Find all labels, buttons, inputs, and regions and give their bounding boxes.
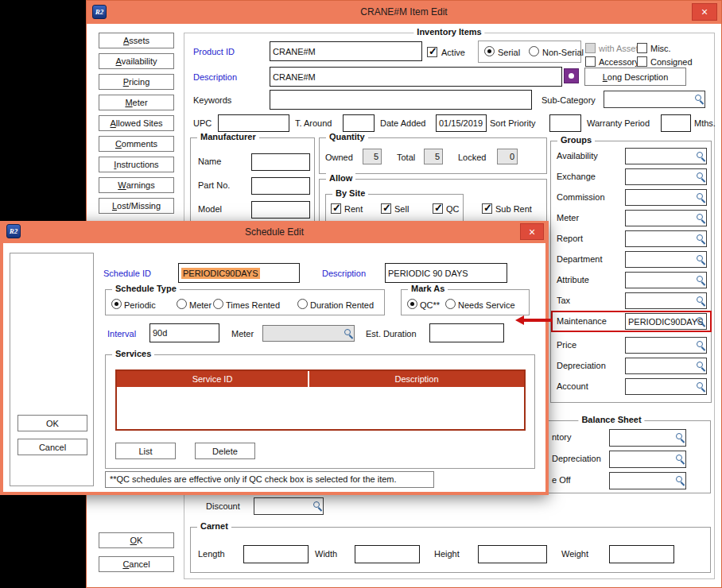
carnet-input-width[interactable] [355, 545, 420, 563]
t-around-input[interactable] [343, 114, 375, 132]
groups-lookup-meter[interactable] [625, 210, 707, 226]
non-serial-radio[interactable] [529, 46, 539, 56]
groups-lookup-account[interactable] [625, 378, 707, 395]
sub-rent-checkbox[interactable] [482, 203, 492, 214]
groups-lookup-availability[interactable] [625, 148, 707, 164]
dialog-ok-button[interactable]: OK [17, 415, 87, 431]
groups-lookup-tax[interactable] [625, 292, 707, 309]
sidebar-button-lost-missing[interactable]: Lost/Missing [99, 198, 174, 214]
schedule-type-radio-meter[interactable] [177, 299, 187, 309]
carnet-title: Carnet [197, 521, 231, 531]
mark-as-radio-needs-service[interactable] [445, 299, 456, 309]
groups-lookup-department[interactable] [625, 251, 707, 268]
search-icon[interactable] [676, 476, 682, 482]
services-table[interactable]: Service IDDescription [115, 369, 526, 431]
carnet-input-length[interactable] [243, 545, 309, 563]
qc-label: QC [446, 204, 460, 214]
services-table-body[interactable] [117, 387, 524, 429]
search-icon[interactable] [697, 255, 703, 261]
search-icon[interactable] [697, 382, 703, 389]
warranty-period-input[interactable] [661, 114, 691, 132]
accessory-checkbox[interactable] [585, 56, 596, 67]
search-icon[interactable] [697, 341, 703, 347]
manufacturer-field-input[interactable] [251, 153, 310, 171]
sidebar-button-allowed-sites[interactable]: Allowed Sites [99, 115, 174, 131]
delete-button[interactable]: Delete [195, 443, 255, 459]
manufacturer-field-input[interactable] [251, 177, 310, 195]
product-id-input[interactable]: CRANE#M [270, 41, 422, 61]
sidebar-button-instructions[interactable]: Instructions [99, 157, 174, 172]
search-icon[interactable] [697, 152, 703, 158]
keywords-input[interactable] [270, 90, 532, 110]
balance-lookup-e-off[interactable] [609, 472, 686, 489]
sidebar-button-meter[interactable]: Meter [99, 95, 174, 110]
active-checkbox[interactable] [427, 47, 437, 57]
groups-lookup-depreciation[interactable] [625, 358, 707, 374]
rent-checkbox[interactable] [331, 203, 341, 214]
carnet-label-weight: Weight [561, 549, 588, 559]
meter-label: Meter [231, 329, 254, 338]
discount-lookup[interactable] [254, 497, 324, 515]
description-label: Description [193, 72, 237, 82]
search-icon[interactable] [697, 296, 703, 303]
search-icon[interactable] [676, 455, 682, 461]
groups-label-meter: Meter [557, 213, 579, 222]
search-icon[interactable] [697, 214, 703, 220]
search-icon[interactable] [697, 193, 703, 199]
search-icon[interactable] [697, 276, 703, 282]
schedule-id-input[interactable]: PERIODIC90DAYS [178, 263, 300, 283]
schedule-edit-dialog: R2 Schedule Edit × OK Cancel Schedule ID… [0, 221, 549, 495]
search-icon[interactable] [697, 172, 703, 179]
search-icon [344, 329, 351, 335]
groups-lookup-exchange[interactable] [625, 168, 707, 185]
search-icon[interactable] [697, 362, 703, 368]
search-icon[interactable] [697, 317, 703, 323]
description-zoom-icon[interactable] [564, 68, 579, 83]
balance-lookup-ntory[interactable] [609, 429, 686, 447]
misc-checkbox[interactable] [637, 43, 647, 53]
search-icon[interactable] [313, 501, 320, 508]
balance-lookup-depreciation[interactable] [609, 451, 686, 468]
close-icon[interactable]: × [520, 223, 544, 240]
groups-lookup-commission[interactable] [625, 189, 707, 206]
upc-input[interactable] [218, 114, 289, 132]
schedule-type-radio-periodic[interactable] [111, 299, 122, 309]
schedule-type-radio-times-rented[interactable] [213, 299, 223, 309]
groups-lookup-attribute[interactable] [625, 272, 707, 288]
sort-priority-input[interactable] [549, 114, 581, 132]
groups-lookup-report[interactable] [625, 230, 707, 247]
dialog-cancel-button[interactable]: Cancel [17, 439, 87, 455]
sub-category-lookup[interactable] [604, 91, 705, 108]
interval-input[interactable]: 90d [149, 323, 219, 342]
mark-as-radio-qc[interactable] [407, 299, 417, 309]
sidebar-button-comments[interactable]: Comments [99, 136, 174, 152]
item-edit-titlebar[interactable]: R2 CRANE#M Item Edit × [87, 1, 721, 24]
carnet-input-weight[interactable] [609, 545, 674, 563]
description-input[interactable]: CRANE#M [270, 67, 562, 87]
sell-label: Sell [394, 204, 409, 214]
est-duration-input[interactable] [429, 323, 504, 342]
qc-checkbox[interactable] [433, 203, 443, 214]
search-icon[interactable] [697, 234, 703, 241]
list-button[interactable]: List [115, 443, 176, 459]
date-added-input[interactable]: 01/15/2019 [436, 114, 487, 132]
cancel-button[interactable]: Cancel [99, 556, 174, 572]
search-icon[interactable] [695, 95, 701, 101]
sidebar-button-warnings[interactable]: Warnings [99, 177, 174, 193]
sell-checkbox[interactable] [381, 203, 391, 214]
schedule-type-radio-duration-rented[interactable] [297, 299, 308, 309]
schedule-description-input[interactable]: PERIODIC 90 DAYS [385, 263, 507, 283]
groups-lookup-price[interactable] [625, 337, 707, 354]
sidebar-button-assets[interactable]: Assets [99, 33, 174, 48]
consigned-checkbox[interactable] [637, 56, 647, 67]
search-icon[interactable] [676, 433, 682, 439]
sidebar-button-availability[interactable]: Availability [99, 53, 174, 69]
groups-lookup-maintenance[interactable]: PERIODIC90DAYS [625, 313, 707, 330]
close-icon[interactable]: × [692, 3, 717, 21]
long-description-button[interactable]: Long Description [584, 68, 686, 86]
ok-button[interactable]: OK [99, 532, 174, 548]
carnet-input-height[interactable] [478, 545, 547, 563]
sidebar-button-pricing[interactable]: Pricing [99, 74, 174, 90]
manufacturer-field-input[interactable] [251, 201, 310, 219]
serial-radio[interactable] [484, 46, 495, 56]
